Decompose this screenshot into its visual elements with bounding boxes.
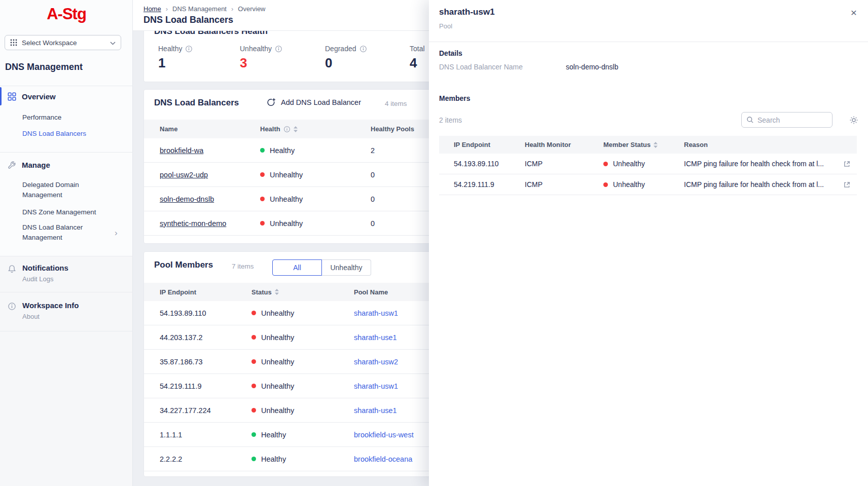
- stat-healthy: Healthy 1: [158, 45, 193, 71]
- member-status: Unhealthy: [613, 180, 645, 189]
- pool-name-link[interactable]: sharath-usw1: [354, 309, 398, 317]
- sidebar-item-about[interactable]: About: [22, 313, 40, 320]
- sidebar-item-dns-lb-management[interactable]: DNS Load Balancer Management: [22, 222, 110, 242]
- sort-icon[interactable]: [294, 126, 298, 132]
- sidebar-item-overview[interactable]: Overview: [0, 87, 132, 105]
- add-dns-load-balancer-button[interactable]: Add DNS Load Balancer: [267, 97, 361, 107]
- breadcrumb-separator-icon: ›: [231, 5, 233, 13]
- divider: [0, 86, 133, 86]
- health-dot-icon: [260, 148, 265, 153]
- divider: [429, 42, 868, 42]
- member-status: Unhealthy: [261, 358, 294, 366]
- table-row: 54.219.111.9 ICMP Unhealthy ICMP ping fa…: [439, 174, 857, 195]
- pool-name-link[interactable]: sharath-usw2: [354, 358, 398, 366]
- pool-name-link[interactable]: brookfield-oceana: [354, 455, 412, 463]
- close-icon[interactable]: ×: [851, 7, 857, 18]
- info-icon[interactable]: [185, 45, 193, 53]
- health-status: Unhealthy: [270, 171, 303, 179]
- details-heading: Details: [439, 49, 462, 57]
- sidebar-item-label: Notifications: [22, 264, 68, 272]
- column-header-ip-endpoint[interactable]: IP Endpoint: [160, 288, 251, 296]
- member-status: Healthy: [261, 455, 286, 463]
- search-input[interactable]: [757, 116, 827, 124]
- health-monitor: ICMP: [525, 160, 603, 168]
- health-dot-icon: [251, 359, 256, 364]
- column-header-ip-endpoint[interactable]: IP Endpoint: [454, 141, 525, 148]
- workspace-selector[interactable]: Select Workspace: [5, 35, 121, 50]
- ip-endpoint: 44.203.137.2: [160, 333, 251, 342]
- health-dot-icon: [251, 384, 256, 388]
- ip-endpoint: 54.219.111.9: [160, 382, 251, 390]
- breadcrumb-section: DNS Management: [172, 5, 227, 13]
- lb-name-label: DNS Load Balancer Name: [439, 63, 523, 71]
- info-circle-icon: [8, 302, 16, 311]
- ip-endpoint: 35.87.186.73: [160, 358, 251, 366]
- column-header-member-status[interactable]: Member Status: [603, 141, 684, 148]
- pool-name-link[interactable]: sharath-usw1: [354, 382, 398, 390]
- column-header-reason[interactable]: Reason: [684, 141, 857, 148]
- external-link-icon[interactable]: [843, 181, 851, 189]
- breadcrumb-home[interactable]: Home: [143, 5, 161, 13]
- table-header-row: IP Endpoint Health Monitor Member Status…: [439, 136, 857, 154]
- stat-unhealthy: Unhealthy 3: [240, 45, 282, 71]
- add-button-label: Add DNS Load Balancer: [281, 98, 361, 106]
- workspace-selector-label: Select Workspace: [22, 39, 105, 47]
- pool-name-link[interactable]: brookfield-us-west: [354, 431, 414, 439]
- info-icon[interactable]: [359, 45, 367, 53]
- grid-dots-icon: [10, 39, 17, 46]
- gear-icon[interactable]: [849, 116, 858, 126]
- sidebar-item-manage[interactable]: Manage: [0, 156, 132, 174]
- breadcrumb-page: Overview: [238, 5, 265, 13]
- info-icon[interactable]: [275, 45, 282, 53]
- sidebar-item-performance[interactable]: Performance: [22, 113, 61, 123]
- brand-logo: A-Stg: [0, 5, 133, 23]
- sidebar-item-workspace-info[interactable]: Workspace Info About: [0, 301, 132, 329]
- health-card-title: DNS Load Balancers Health: [154, 31, 268, 36]
- sort-icon[interactable]: [654, 142, 658, 148]
- sidebar-item-notifications[interactable]: Notifications Audit Logs: [0, 264, 132, 292]
- page-title: DNS Load Balancers: [143, 15, 233, 25]
- stat-value: 0: [325, 55, 367, 71]
- pool-name-link[interactable]: sharath-use1: [354, 406, 397, 415]
- lb-name-value: soln-demo-dnslb: [566, 63, 619, 71]
- health-dot-icon: [251, 335, 256, 340]
- sidebar-item-label: Manage: [22, 161, 50, 169]
- product-title: DNS Management: [5, 62, 83, 72]
- lb-name-link[interactable]: brookfield-wa: [160, 146, 203, 155]
- stat-value: 4: [410, 55, 425, 71]
- column-header-health-monitor[interactable]: Health Monitor: [525, 141, 603, 148]
- items-count: 7 items: [232, 263, 254, 270]
- health-dot-icon: [260, 197, 265, 201]
- stat-label: Healthy: [158, 45, 182, 53]
- stat-value: 1: [158, 55, 193, 71]
- ip-endpoint: 1.1.1.1: [160, 431, 251, 439]
- card-title: Pool Members: [154, 260, 213, 270]
- health-dot-icon: [251, 311, 256, 315]
- tab-unhealthy[interactable]: Unhealthy: [322, 259, 371, 276]
- pool-name-link[interactable]: sharath-use1: [354, 333, 397, 342]
- sidebar-item-delegated-domain-management[interactable]: Delegated Domain Management: [22, 180, 110, 200]
- external-link-icon[interactable]: [843, 160, 851, 168]
- lb-name-link[interactable]: synthetic-mon-demo: [160, 219, 226, 228]
- search-icon: [746, 116, 754, 124]
- table-row: 54.193.89.110 ICMP Unhealthy ICMP ping f…: [439, 154, 857, 174]
- sidebar-item-dns-zone-management[interactable]: DNS Zone Management: [22, 207, 96, 217]
- column-header-name[interactable]: Name: [160, 125, 260, 133]
- lb-name-link[interactable]: pool-usw2-udp: [160, 171, 208, 179]
- lb-name-link[interactable]: soln-demo-dnslb: [160, 195, 214, 203]
- sidebar-item-label: Workspace Info: [22, 301, 79, 310]
- app-root: A-Stg Select Workspace DNS Management: [0, 0, 868, 486]
- sidebar-item-audit-logs[interactable]: Audit Logs: [22, 275, 53, 283]
- divider: [0, 331, 133, 331]
- sidebar-item-dns-load-balancers[interactable]: DNS Load Balancers: [22, 129, 86, 139]
- health-status: Unhealthy: [270, 219, 303, 228]
- ip-endpoint: 54.219.111.9: [454, 180, 525, 189]
- status-filter-tabs: All Unhealthy: [272, 259, 371, 276]
- sidebar-item-label: Overview: [22, 92, 56, 101]
- column-header-health[interactable]: Health: [260, 125, 371, 133]
- tab-all[interactable]: All: [272, 259, 322, 276]
- sort-icon[interactable]: [275, 289, 279, 295]
- info-icon[interactable]: [283, 126, 291, 133]
- column-header-status[interactable]: Status: [251, 288, 354, 296]
- ip-endpoint: 34.227.177.224: [160, 406, 251, 415]
